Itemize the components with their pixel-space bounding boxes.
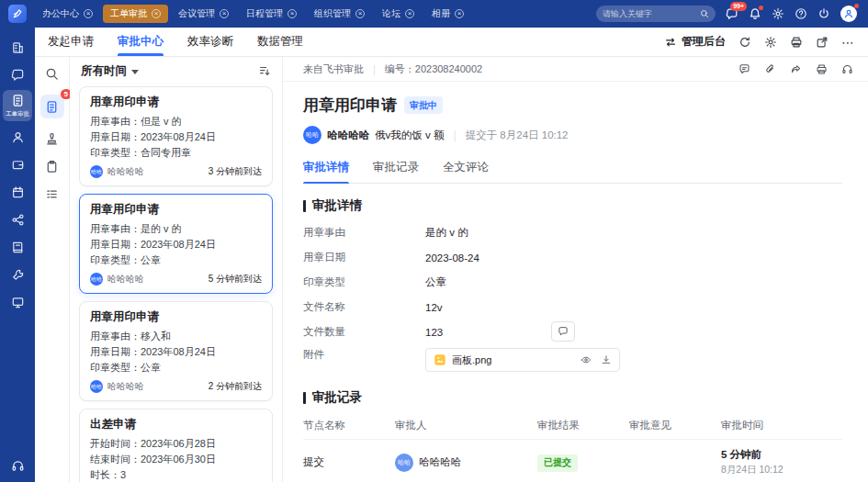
app-logo[interactable] bbox=[8, 5, 27, 23]
print-button[interactable] bbox=[790, 36, 803, 49]
avatar: 哈哈 bbox=[90, 380, 103, 393]
tab-start-request[interactable]: 发起申请 bbox=[48, 28, 94, 56]
close-tab-icon[interactable]: × bbox=[152, 9, 161, 18]
approval-rail: 5 bbox=[35, 57, 70, 482]
chevron-down-icon bbox=[131, 70, 139, 74]
app-tab-label: 组织管理 bbox=[314, 7, 351, 20]
submitter-note: 俄v我的饭 v 额 bbox=[375, 129, 444, 142]
rail-form-button[interactable] bbox=[45, 160, 59, 174]
sidebar-item-share[interactable] bbox=[4, 207, 31, 231]
app-tab-office-center[interactable]: 办公中心 × bbox=[35, 5, 100, 23]
field-row: 印章类型 公章 bbox=[303, 270, 842, 295]
tab-approval-details[interactable]: 审批详情 bbox=[303, 153, 349, 183]
headset-icon[interactable] bbox=[841, 63, 853, 75]
app-tab-meeting[interactable]: 会议管理 × bbox=[171, 5, 236, 23]
sidebar-item-directory[interactable] bbox=[4, 235, 31, 259]
field-value: 123 bbox=[425, 327, 443, 338]
app-sidebar: 工单审批 bbox=[0, 28, 35, 482]
download-icon[interactable] bbox=[601, 354, 612, 365]
sort-button[interactable] bbox=[258, 64, 271, 77]
sidebar-item-ticket-approval[interactable]: 工单审批 bbox=[3, 90, 32, 121]
notifications-button[interactable] bbox=[749, 7, 761, 20]
time-filter-dropdown[interactable]: 所有时间 bbox=[81, 63, 139, 79]
app-tab-schedule[interactable]: 日程管理 × bbox=[239, 5, 304, 23]
top-bar: 办公中心 × 工单审批 × 会议管理 × 日程管理 × 组织管理 × 论坛 × … bbox=[0, 0, 868, 28]
table-row: 提交 哈哈 哈哈哈哈 已提交 5 分钟前 8月24日 10:12 bbox=[303, 440, 842, 482]
close-tab-icon[interactable]: × bbox=[287, 9, 297, 18]
list-header: 所有时间 bbox=[70, 57, 282, 84]
close-tab-icon[interactable]: × bbox=[405, 9, 414, 18]
printer-icon[interactable] bbox=[816, 63, 828, 75]
search-input[interactable] bbox=[603, 9, 694, 18]
app-tab-ticket-approval[interactable]: 工单审批 × bbox=[103, 5, 168, 23]
module-tabs: 发起申请 审批中心 效率诊断 数据管理 bbox=[48, 28, 303, 56]
sidebar-item-calendar[interactable] bbox=[4, 180, 31, 204]
field-comment-button[interactable] bbox=[551, 321, 575, 342]
export-button[interactable] bbox=[816, 36, 829, 49]
field-label: 用章日期 bbox=[303, 251, 425, 264]
rail-search-button[interactable] bbox=[45, 67, 59, 81]
attachment-chip[interactable]: 画板.png bbox=[425, 348, 620, 372]
section-records-header: 审批记录 bbox=[303, 389, 842, 406]
messages-button[interactable]: 99+ bbox=[726, 7, 738, 20]
field-label: 文件数量 bbox=[303, 325, 425, 339]
share-forward-icon[interactable] bbox=[790, 63, 802, 75]
admin-console-button[interactable]: 管理后台 bbox=[664, 34, 726, 50]
rail-stamp-button[interactable] bbox=[45, 132, 59, 146]
sidebar-item-contacts[interactable] bbox=[4, 125, 31, 149]
more-button[interactable]: ⋯ bbox=[841, 38, 855, 47]
sidebar-item-tools[interactable] bbox=[4, 263, 31, 286]
sidebar-item-chat[interactable] bbox=[4, 62, 31, 86]
result-badge: 已提交 bbox=[537, 454, 578, 472]
approval-card[interactable]: 用章用印申请 用章事由：移入和 用章日期：2023年08月24日 印章类型：公章… bbox=[79, 301, 273, 401]
detail-fields: 用章事由 是的 v 的 用章日期 2023-08-24 印章类型 公章 文件名称… bbox=[303, 220, 842, 376]
sidebar-item-finance[interactable] bbox=[4, 152, 31, 176]
comment-icon[interactable] bbox=[738, 63, 750, 75]
global-search[interactable] bbox=[596, 6, 716, 22]
rail-tasklist-button[interactable] bbox=[45, 187, 59, 201]
notification-dot bbox=[759, 6, 763, 10]
app-tab-organization[interactable]: 组织管理 × bbox=[307, 5, 372, 23]
tab-comments[interactable]: 全文评论 bbox=[443, 153, 489, 183]
tab-label: 效率诊断 bbox=[187, 34, 233, 50]
app-tab-album[interactable]: 相册 × bbox=[424, 5, 471, 23]
card-title: 出差申请 bbox=[90, 417, 262, 432]
paperclip-icon[interactable] bbox=[764, 63, 776, 75]
app-tab-forum[interactable]: 论坛 × bbox=[375, 5, 422, 23]
page-settings-button[interactable] bbox=[764, 36, 777, 49]
refresh-button[interactable] bbox=[738, 36, 751, 49]
card-field: 用章日期：2023年08月24日 bbox=[90, 344, 262, 360]
close-tab-icon[interactable]: × bbox=[455, 9, 464, 18]
tab-approval-center[interactable]: 审批中心 bbox=[118, 28, 163, 56]
sidebar-item-workbench[interactable] bbox=[4, 35, 31, 59]
preview-eye-icon[interactable] bbox=[581, 354, 592, 365]
field-row: 文件名称 12v bbox=[303, 295, 842, 319]
tab-efficiency[interactable]: 效率诊断 bbox=[187, 28, 233, 56]
share-nodes-icon bbox=[11, 213, 25, 227]
close-tab-icon[interactable]: × bbox=[220, 9, 229, 18]
field-row-attachment: 附件 画板.png bbox=[303, 344, 842, 376]
support-button[interactable] bbox=[11, 459, 25, 473]
card-field: 用章日期：2023年08月24日 bbox=[90, 129, 262, 145]
detail-title-row: 用章用印申请 审批中 bbox=[303, 95, 842, 116]
field-label: 附件 bbox=[303, 348, 425, 362]
headset-icon bbox=[11, 459, 25, 473]
settings-button[interactable] bbox=[772, 7, 784, 20]
card-arrival-time: 3 分钟前到达 bbox=[209, 165, 262, 178]
help-button[interactable] bbox=[795, 7, 807, 20]
tab-data-management[interactable]: 数据管理 bbox=[257, 28, 303, 56]
approval-card[interactable]: 用章用印申请 用章事由：但是 v 的 用章日期：2023年08月24日 印章类型… bbox=[79, 86, 273, 186]
approval-card-selected[interactable]: 用章用印申请 用章事由：是的 v 的 用章日期：2023年08月24日 印章类型… bbox=[79, 194, 273, 294]
approver-name: 哈哈哈哈 bbox=[419, 455, 461, 469]
approval-card[interactable]: 出差申请 开始时间：2023年06月28日 结束时间：2023年06月30日 时… bbox=[79, 409, 273, 482]
tab-approval-records[interactable]: 审批记录 bbox=[373, 153, 419, 183]
todo-doc-icon bbox=[45, 100, 59, 114]
card-field: 开始时间：2023年06月28日 bbox=[90, 436, 262, 452]
user-avatar[interactable] bbox=[840, 6, 857, 22]
clipboard-icon bbox=[45, 160, 59, 174]
logout-button[interactable] bbox=[817, 7, 830, 20]
close-tab-icon[interactable]: × bbox=[84, 9, 93, 18]
close-tab-icon[interactable]: × bbox=[355, 9, 365, 18]
rail-todo-button[interactable]: 5 bbox=[40, 95, 64, 118]
sidebar-item-devices[interactable] bbox=[4, 290, 31, 314]
